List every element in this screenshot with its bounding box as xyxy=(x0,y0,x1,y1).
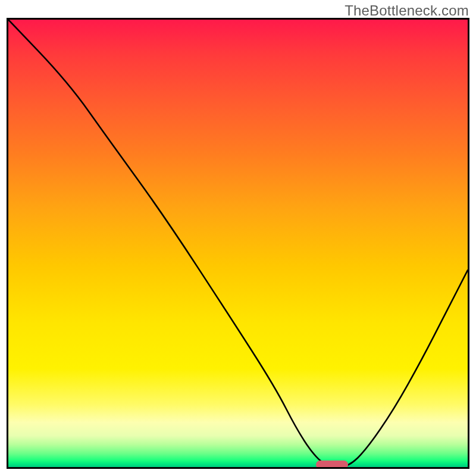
watermark-label: TheBottleneck.com xyxy=(345,2,469,19)
curve-svg xyxy=(8,20,468,467)
optimal-marker xyxy=(316,461,348,469)
bottleneck-curve xyxy=(8,20,468,467)
plot-area xyxy=(7,18,469,469)
chart-container: TheBottleneck.com xyxy=(0,0,476,476)
